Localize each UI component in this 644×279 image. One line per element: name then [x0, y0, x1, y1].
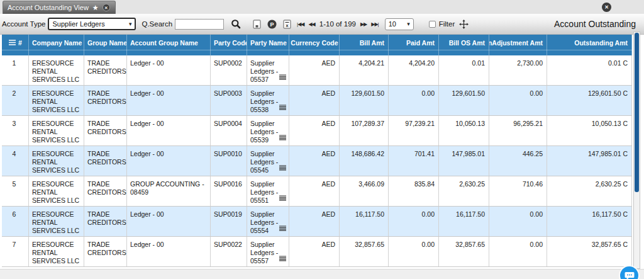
cell-outstanding-amt: 10,050.13 C: [547, 116, 632, 145]
vertical-scrollbar[interactable]: [633, 31, 640, 269]
header-bill-amt[interactable]: Bill Amt: [340, 35, 389, 55]
cell-bill-amt: 4,204.21: [340, 55, 389, 85]
table-row[interactable]: 3 ERESOURCE RENTAL SERVICES LLC TRADE CR…: [2, 116, 632, 146]
account-type-select[interactable]: Supplier Ledgers ▾: [48, 18, 136, 30]
cell-party-name: Supplier Ledgers - 05554: [247, 207, 289, 236]
first-page-icon[interactable]: |◀◀: [297, 21, 304, 27]
cell-paid-amt: 0.00: [389, 207, 439, 236]
close-icon: ✕: [604, 4, 609, 10]
account-type-label: Account Type: [2, 20, 45, 28]
document-icon[interactable]: [253, 20, 261, 29]
page-size-value: 10: [389, 20, 396, 28]
party-detail-list-icon[interactable]: [279, 134, 286, 142]
search-icon[interactable]: [231, 19, 241, 29]
cell-outstanding-amt: 147,985.01 C: [547, 146, 632, 176]
party-detail-list-icon[interactable]: [279, 255, 286, 263]
next-page-icon[interactable]: ▶▶: [360, 21, 367, 27]
app-window: Account Outstanding View ★ ✕ ✕ Account T…: [0, 0, 644, 279]
cell-group-name: TRADE CREDITORS: [84, 176, 127, 206]
favorite-star-icon[interactable]: ★: [92, 4, 99, 11]
tab-close-icon[interactable]: ✕: [103, 4, 110, 11]
cell-group-name: TRADE CREDITORS: [84, 86, 127, 115]
cell-party-name: Supplier Ledgers - 05545: [247, 146, 289, 176]
party-detail-list-icon[interactable]: [279, 195, 286, 203]
pagination-range: 1-10 of 199: [319, 20, 356, 28]
cell-bill-os-amt: 2,630.25: [439, 176, 489, 206]
excel-export-icon[interactable]: x: [283, 20, 291, 29]
tab-account-outstanding-view[interactable]: Account Outstanding View ★ ✕: [3, 1, 116, 14]
cell-currency-code: AED: [289, 237, 340, 266]
search-input[interactable]: [175, 19, 224, 30]
cell-group-name: TRADE CREDITORS: [84, 55, 127, 85]
cell-row-number: 7: [2, 237, 29, 266]
cell-unadjustment-amt: 0.00: [489, 86, 547, 115]
header-party-code[interactable]: Party Code: [211, 35, 247, 55]
party-detail-list-icon[interactable]: [279, 164, 286, 173]
header-currency-code[interactable]: Currency Code: [289, 35, 340, 55]
grid-header: # Company Name Group Name Account Group …: [2, 35, 632, 55]
header-party-name[interactable]: Party Name: [247, 35, 289, 55]
cell-bill-amt: 107,289.37: [340, 116, 389, 145]
cell-currency-code: AED: [289, 86, 340, 115]
page-size-select[interactable]: 10 ▾: [385, 18, 414, 30]
cell-party-code: SUP0010: [211, 146, 247, 176]
cell-party-code: SUP0003: [211, 86, 247, 115]
cell-unadjustment-amt: 446.25: [489, 146, 547, 176]
cell-party-code: SUP0019: [211, 207, 247, 236]
header-group-name[interactable]: Group Name: [84, 35, 127, 55]
header-account-group-name[interactable]: Account Group Name: [127, 35, 211, 55]
cell-company-name: ERESOURCE RENTAL SERVICES LLC: [29, 237, 84, 266]
filter-checkbox[interactable]: [429, 21, 436, 28]
cell-currency-code: AED: [289, 176, 340, 206]
table-row[interactable]: 6 ERESOURCE RENTAL SERVICES LLC TRADE CR…: [2, 207, 632, 237]
cell-bill-amt: 3,466.09: [340, 176, 389, 206]
cell-party-code: SUP0004: [211, 116, 247, 145]
tab-strip: Account Outstanding View ★ ✕ ✕: [0, 0, 644, 14]
cell-paid-amt: 835.84: [389, 176, 439, 206]
cell-row-number: 5: [2, 176, 29, 206]
cell-bill-os-amt: 0.01: [439, 55, 489, 85]
window-close-button[interactable]: ✕: [602, 3, 611, 12]
table-row[interactable]: 4 ERESOURCE RENTAL SERVICES LLC TRADE CR…: [2, 146, 632, 176]
party-detail-list-icon[interactable]: [279, 225, 286, 233]
cell-account-group-name: Ledger - 00: [127, 207, 211, 236]
cell-bill-amt: 129,601.50: [340, 86, 389, 115]
header-company-name[interactable]: Company Name: [29, 35, 84, 55]
cell-bill-os-amt: 147,985.01: [439, 146, 489, 176]
cell-unadjustment-amt: 96,295.21: [489, 116, 547, 145]
pdf-icon[interactable]: P: [267, 20, 277, 29]
header-unadjustment-amt[interactable]: UnAdjustment Amt: [489, 35, 547, 55]
cell-row-number: 1: [2, 55, 29, 85]
cell-bill-amt: 32,857.65: [340, 237, 389, 266]
cell-group-name: TRADE CREDITORS: [84, 116, 127, 145]
scrollbar-thumb[interactable]: [635, 33, 639, 192]
cell-party-name: Supplier Ledgers - 05538: [247, 86, 289, 115]
cell-account-group-name: Ledger - 00: [127, 237, 211, 266]
header-outstanding-amt[interactable]: Outstanding Amt: [547, 35, 632, 55]
cell-party-code: SUP0016: [211, 176, 247, 206]
cell-unadjustment-amt: 710.46: [489, 176, 547, 206]
move-icon[interactable]: [459, 20, 469, 29]
header-row-number[interactable]: #: [2, 35, 29, 55]
filter-label: Filter: [439, 20, 455, 28]
cell-party-name: Supplier Ledgers - 05551: [247, 176, 289, 206]
table-row[interactable]: 2 ERESOURCE RENTAL SERVICES LLC TRADE CR…: [2, 86, 632, 116]
svg-text:x: x: [286, 22, 289, 28]
cell-company-name: ERESOURCE RENTAL SERVICES LLC: [29, 55, 84, 85]
last-page-icon[interactable]: ▶▶|: [371, 21, 378, 27]
table-row[interactable]: 5 ERESOURCE RENTAL SERVICES LLC TRADE CR…: [2, 176, 632, 207]
header-bill-os-amt[interactable]: Bill OS Amt: [439, 35, 489, 55]
cell-outstanding-amt: 129,601.50 C: [547, 86, 632, 115]
table-row[interactable]: 1 ERESOURCE RENTAL SERVICES LLC TRADE CR…: [2, 55, 632, 86]
prev-page-icon[interactable]: ◀◀: [308, 21, 314, 27]
table-row[interactable]: 7 ERESOURCE RENTAL SERVICES LLC TRADE CR…: [2, 237, 632, 267]
cell-unadjustment-amt: 0.00: [489, 207, 547, 236]
party-detail-list-icon[interactable]: [279, 74, 286, 82]
list-icon: [9, 40, 16, 45]
cell-account-group-name: Ledger - 00: [127, 146, 211, 176]
chevron-down-icon: ▾: [125, 21, 132, 27]
party-detail-list-icon[interactable]: [279, 104, 286, 112]
cell-account-group-name: Ledger - 00: [127, 55, 211, 85]
cell-company-name: ERESOURCE RENTAL SERVICES LLC: [29, 176, 84, 206]
header-paid-amt[interactable]: Paid Amt: [389, 35, 439, 55]
